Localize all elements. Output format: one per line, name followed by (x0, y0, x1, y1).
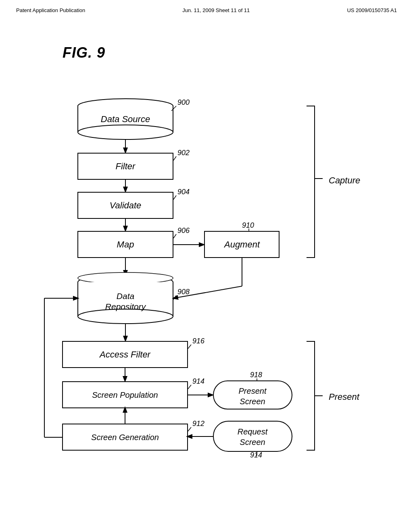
filter-label: Filter (116, 161, 136, 171)
request-screen-label2: Screen (240, 438, 265, 447)
ref-902: 902 (177, 149, 190, 157)
screen-generation-label: Screen Generation (91, 433, 159, 442)
data-source-label: Data Source (101, 114, 150, 124)
ref-914b: 914 (250, 451, 262, 459)
svg-point-4 (78, 125, 173, 139)
present-label: Present (329, 392, 360, 402)
data-repo-label1: Data (117, 291, 134, 301)
ref-918: 918 (250, 371, 262, 379)
screen-population-label: Screen Population (92, 391, 158, 399)
ref-908: 908 (177, 288, 190, 296)
svg-line-30 (188, 345, 191, 349)
ref-912: 912 (192, 420, 204, 428)
ref-910: 910 (242, 221, 254, 229)
header-center: Jun. 11, 2009 Sheet 11 of 11 (182, 7, 250, 13)
validate-label: Validate (110, 200, 142, 210)
augment-label: Augment (223, 239, 260, 249)
present-screen-label2: Screen (240, 397, 265, 406)
ref-906: 906 (177, 227, 190, 235)
ref-914a: 914 (192, 377, 204, 385)
header-left: Patent Application Publication (16, 7, 85, 13)
svg-rect-40 (213, 421, 292, 451)
svg-line-14 (173, 234, 176, 238)
ref-900: 900 (177, 98, 190, 106)
request-screen-label1: Request (238, 427, 268, 436)
diagram-svg: Data Source 900 Filter 902 Validate 904 … (0, 64, 413, 528)
svg-line-38 (188, 427, 191, 431)
access-filter-label: Access Filter (99, 349, 151, 360)
page-header: Patent Application Publication Jun. 11, … (0, 0, 413, 17)
svg-point-20 (78, 272, 173, 284)
svg-line-8 (173, 156, 176, 160)
capture-label: Capture (329, 175, 360, 185)
data-repo-label2: Repository (105, 302, 146, 311)
ref-904: 904 (177, 188, 190, 196)
ref-916: 916 (192, 337, 205, 345)
svg-point-24 (78, 309, 173, 324)
header-right: US 2009/0150735 A1 (347, 7, 397, 13)
svg-line-33 (188, 385, 191, 389)
figure-title: FIG. 9 (63, 44, 105, 61)
svg-line-11 (173, 195, 176, 200)
diagram: Data Source 900 Filter 902 Validate 904 … (0, 64, 413, 528)
present-screen-label1: Present (239, 387, 267, 395)
map-label: Map (117, 239, 134, 249)
